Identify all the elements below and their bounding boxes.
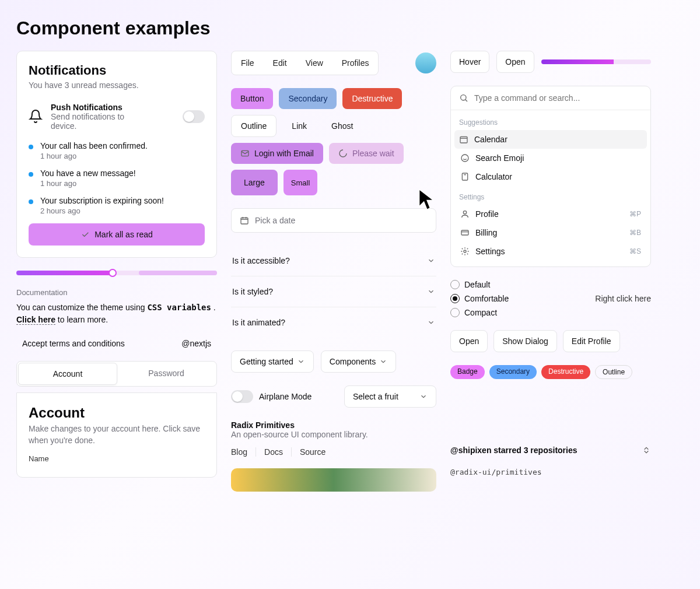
login-mail-label: Login with Email (254, 149, 314, 158)
svg-point-8 (464, 250, 466, 253)
svg-rect-1 (241, 218, 248, 224)
check-icon (80, 230, 90, 239)
bell-icon (29, 109, 43, 125)
please-wait-button[interactable]: Please wait (329, 143, 404, 164)
starred-summary[interactable]: @shipixen starred 3 repositories (450, 446, 651, 455)
cmd-profile[interactable]: Profile ⌘P (459, 205, 642, 223)
accordion-item-animated[interactable]: Is it animated? (231, 307, 436, 338)
cmd-label: Calendar (474, 135, 508, 144)
suggestions-heading: Suggestions (459, 115, 642, 130)
unread-dot-icon (29, 145, 33, 149)
doc-click-link[interactable]: Click here (16, 315, 55, 325)
dd-label: Getting started (240, 357, 293, 366)
push-toggle[interactable] (183, 110, 205, 123)
tab-password[interactable]: Password (117, 363, 215, 385)
accept-terms-label: Accept terms and conditions (22, 339, 125, 348)
cmd-calendar[interactable]: Calendar (454, 130, 647, 149)
notification-time: 1 hour ago (40, 179, 136, 188)
page-title: Component examples (0, 0, 700, 51)
command-input[interactable] (474, 93, 642, 103)
button-ghost[interactable]: Ghost (322, 115, 362, 137)
button-small[interactable]: Small (284, 170, 318, 195)
doc-heading: Documentation (16, 288, 217, 297)
hover-button[interactable]: Hover (450, 51, 489, 73)
progress-bar (541, 59, 651, 64)
chevron-down-icon (419, 392, 428, 401)
cmd-search-emoji[interactable]: Search Emoji (459, 149, 642, 167)
unread-dot-icon (29, 199, 33, 204)
menu-file[interactable]: File (234, 54, 261, 72)
calendar-icon (240, 216, 249, 225)
avatar[interactable] (415, 52, 436, 73)
cmd-calculator[interactable]: Calculator (459, 167, 642, 186)
notification-text: You have a new message! (40, 169, 136, 178)
mark-all-read-button[interactable]: Mark all as read (29, 223, 205, 246)
notification-item: Your subscription is expiring soon!2 hou… (29, 196, 205, 215)
accordion-item-styled[interactable]: Is it styled? (231, 276, 436, 307)
accordion-label: Is it animated? (232, 318, 285, 327)
accordion-label: Is it accessible? (232, 256, 290, 265)
search-icon (459, 93, 468, 103)
doc-text: . (211, 303, 216, 312)
show-dialog-button[interactable]: Show Dialog (494, 330, 557, 352)
notification-item: You have a new message!1 hour ago (29, 169, 205, 188)
notification-item: Your call has been confirmed.1 hour ago (29, 141, 205, 160)
menu-profiles[interactable]: Profiles (335, 54, 376, 72)
airplane-toggle[interactable] (231, 390, 253, 403)
user-handle[interactable]: @nextjs (181, 339, 211, 348)
photo-placeholder (231, 468, 436, 492)
please-wait-label: Please wait (352, 149, 394, 158)
login-with-email-button[interactable]: Login with Email (231, 143, 323, 164)
radio-compact[interactable]: Compact (450, 308, 509, 317)
cmd-billing[interactable]: Billing ⌘B (459, 223, 642, 242)
tab-account[interactable]: Account (18, 363, 117, 385)
components-dropdown[interactable]: Components (321, 350, 396, 373)
button-link[interactable]: Link (282, 115, 316, 137)
open-action-button[interactable]: Open (450, 330, 488, 352)
cmd-settings[interactable]: Settings ⌘S (459, 242, 642, 261)
right-click-area[interactable]: Right click here (595, 294, 651, 303)
radix-title: Radix Primitives (231, 420, 436, 430)
notifications-card: Notifications You have 3 unread messages… (16, 51, 217, 258)
unread-dot-icon (29, 172, 33, 177)
slider[interactable] (16, 271, 217, 275)
account-title: Account (29, 405, 205, 421)
repo-item[interactable]: @radix-ui/primitives (450, 468, 651, 476)
doc-text: You can customize the theme using (16, 303, 147, 312)
badge-secondary: Secondary (489, 365, 537, 379)
cmd-label: Calculator (475, 172, 512, 181)
sort-icon (642, 446, 651, 455)
button-large[interactable]: Large (231, 170, 278, 195)
date-placeholder: Pick a date (255, 216, 295, 225)
badge-outline: Outline (595, 365, 632, 379)
shortcut-label: ⌘S (629, 247, 641, 255)
radix-docs-link[interactable]: Docs (264, 447, 292, 457)
date-picker[interactable]: Pick a date (231, 208, 436, 233)
select-fruit[interactable]: Select a fruit (344, 385, 436, 408)
doc-code: CSS variables (147, 303, 211, 312)
calculator-icon (460, 172, 470, 181)
button-outline[interactable]: Outline (231, 115, 276, 137)
getting-started-dropdown[interactable]: Getting started (231, 350, 314, 373)
button-secondary[interactable]: Secondary (279, 88, 337, 109)
radio-default[interactable]: Default (450, 280, 509, 289)
radix-source-link[interactable]: Source (300, 447, 334, 457)
svg-rect-7 (461, 230, 468, 235)
documentation-block: Documentation You can customize the them… (16, 288, 217, 326)
radio-comfortable[interactable]: Comfortable (450, 294, 509, 303)
name-field-label: Name (29, 454, 205, 463)
notification-text: Your subscription is expiring soon! (40, 196, 164, 205)
accordion-label: Is it styled? (232, 287, 273, 296)
button-destructive[interactable]: Destructive (342, 88, 402, 109)
radix-blog-link[interactable]: Blog (231, 447, 256, 457)
mark-all-label: Mark all as read (94, 230, 153, 239)
accordion-item-accessible[interactable]: Is it accessible? (231, 246, 436, 276)
smile-icon (460, 153, 470, 163)
edit-profile-button[interactable]: Edit Profile (563, 330, 620, 352)
calendar-icon (459, 135, 468, 144)
menu-edit[interactable]: Edit (266, 54, 294, 72)
open-button[interactable]: Open (496, 51, 534, 73)
shortcut-label: ⌘B (629, 229, 641, 237)
menu-view[interactable]: View (299, 54, 330, 72)
button-primary[interactable]: Button (231, 88, 273, 109)
